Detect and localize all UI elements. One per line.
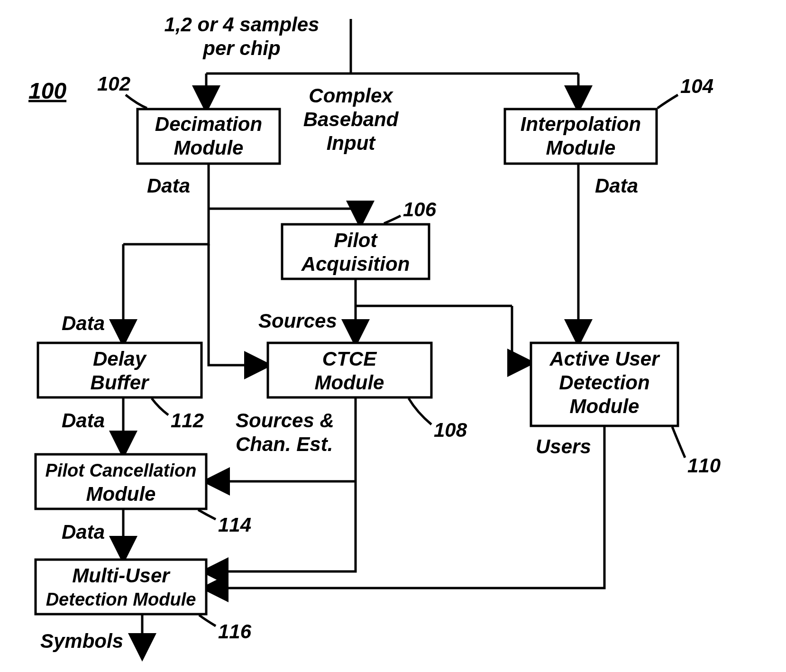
ctce-out-label1: Sources & bbox=[236, 409, 334, 432]
decimation-module-block: Decimation Module bbox=[137, 109, 280, 164]
center-label-3: Input bbox=[327, 132, 376, 154]
ref-104: 104 bbox=[680, 75, 713, 97]
activeuser-out-label: Users bbox=[536, 435, 591, 458]
ctce-module-block: CTCE Module bbox=[268, 343, 431, 397]
pilotcancel-out-label: Data bbox=[62, 521, 105, 543]
pilot-acquisition-block: Pilot Acquisition bbox=[282, 224, 429, 279]
delaybuffer-out-label: Data bbox=[62, 409, 105, 432]
decimation-line2: Module bbox=[174, 137, 244, 159]
pilotacq-line2: Acquisition bbox=[301, 253, 410, 275]
multiuser-line2: Detection Module bbox=[46, 589, 196, 609]
interpolation-out-label: Data bbox=[595, 175, 638, 197]
ref-108: 108 bbox=[434, 419, 467, 441]
ctce-out-label2: Chan. Est. bbox=[236, 433, 333, 455]
decimation-line1: Decimation bbox=[155, 113, 262, 135]
activeuser-line3: Module bbox=[570, 395, 640, 417]
delay-buffer-block: Delay Buffer bbox=[38, 343, 201, 397]
ctce-line1: CTCE bbox=[322, 348, 377, 370]
pilotcancel-line2: Module bbox=[86, 483, 156, 505]
pilotacq-out-label: Sources bbox=[258, 310, 337, 332]
figure-number: 100 bbox=[28, 78, 66, 103]
ref-114: 114 bbox=[218, 514, 251, 536]
delaybuffer-line2: Buffer bbox=[91, 371, 150, 394]
ctce-line2: Module bbox=[315, 371, 384, 394]
ref-110: 110 bbox=[687, 454, 721, 477]
multiuser-out-label: Symbols bbox=[40, 630, 123, 652]
center-label-2: Baseband bbox=[303, 108, 399, 130]
top-label-line2: per chip bbox=[202, 37, 280, 59]
pilot-cancellation-block: Pilot Cancellation Module bbox=[36, 454, 206, 509]
multi-user-detection-block: Multi-User Detection Module bbox=[36, 560, 206, 614]
pilotcancel-line1: Pilot Cancellation bbox=[46, 460, 197, 480]
activeuser-line1: Active User bbox=[549, 348, 660, 370]
decimation-out-label: Data bbox=[147, 175, 190, 197]
top-label-line1: 1,2 or 4 samples bbox=[165, 13, 320, 36]
delaybuffer-line1: Delay bbox=[93, 348, 147, 370]
interpolation-line2: Module bbox=[546, 137, 616, 159]
ref-112: 112 bbox=[171, 409, 204, 432]
block-diagram: 100 1,2 or 4 samples per chip Complex Ba… bbox=[0, 0, 786, 672]
multiuser-line1: Multi-User bbox=[72, 564, 171, 587]
ref-106: 106 bbox=[403, 198, 437, 221]
interpolation-line1: Interpolation bbox=[521, 113, 641, 135]
activeuser-line2: Detection bbox=[559, 371, 649, 394]
ref-116: 116 bbox=[218, 620, 252, 643]
interpolation-module-block: Interpolation Module bbox=[505, 109, 657, 164]
ref-102: 102 bbox=[97, 73, 130, 95]
active-user-detection-block: Active User Detection Module bbox=[531, 343, 678, 426]
pilotacq-line1: Pilot bbox=[334, 229, 378, 251]
delaybuffer-in-label: Data bbox=[62, 312, 105, 334]
center-label-1: Complex bbox=[309, 84, 393, 107]
